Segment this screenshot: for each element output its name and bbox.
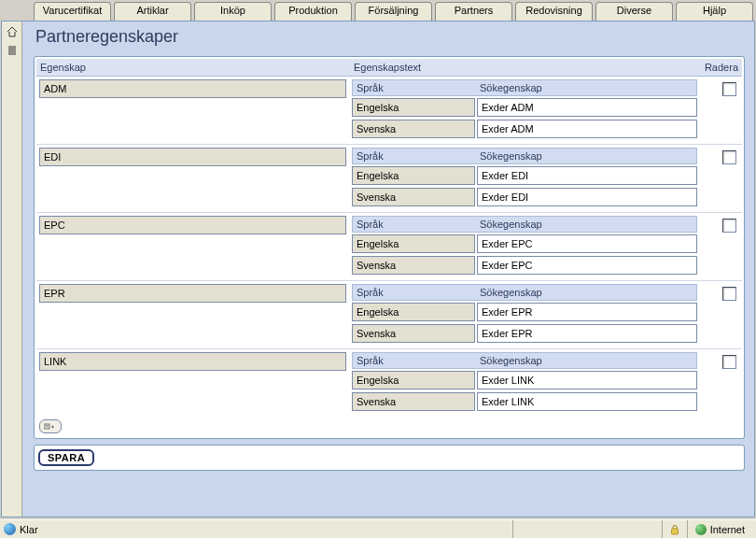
- language-name-input[interactable]: [352, 371, 475, 389]
- search-property-input[interactable]: [477, 392, 697, 411]
- properties-panel: Egenskap Egenskapstext Radera SpråkSökeg…: [34, 56, 745, 439]
- lang-header: SpråkSökegenskap: [352, 79, 697, 96]
- col-radera: Radera: [695, 62, 738, 73]
- property-row: SpråkSökegenskap: [36, 349, 742, 417]
- lang-row: [352, 120, 697, 138]
- search-property-input[interactable]: [477, 234, 697, 253]
- search-property-input[interactable]: [477, 256, 697, 275]
- col-sokegenskap: Sökegenskap: [480, 355, 693, 366]
- menu-varucertifikat[interactable]: Varucertifikat: [34, 2, 111, 21]
- search-property-input[interactable]: [477, 120, 697, 138]
- col-sokegenskap: Sökegenskap: [480, 82, 693, 93]
- delete-checkbox[interactable]: [722, 355, 736, 369]
- menubar: Varucertifikat Artiklar Inköp Produktion…: [0, 0, 756, 21]
- menu-artiklar[interactable]: Artiklar: [114, 2, 191, 21]
- add-row-icon[interactable]: [39, 419, 62, 433]
- search-property-input[interactable]: [477, 324, 697, 343]
- menu-diverse[interactable]: Diverse: [595, 2, 673, 21]
- search-property-input[interactable]: [477, 166, 697, 185]
- menu-redovisning[interactable]: Redovisning: [515, 2, 593, 21]
- list-icon[interactable]: [6, 44, 19, 57]
- svg-rect-3: [671, 529, 678, 534]
- property-code-input[interactable]: [39, 284, 346, 303]
- col-sprak: Språk: [357, 219, 480, 230]
- col-sprak: Språk: [357, 150, 480, 162]
- lang-row: [352, 303, 697, 321]
- ie-icon: [4, 523, 16, 535]
- language-name-input[interactable]: [352, 324, 475, 343]
- property-row: SpråkSökegenskap: [36, 145, 742, 213]
- menu-produktion[interactable]: Produktion: [274, 2, 352, 21]
- col-egenskapstext: Egenskapstext: [354, 62, 695, 73]
- save-button[interactable]: SPARA: [38, 449, 94, 466]
- svg-rect-0: [44, 424, 49, 429]
- language-name-input[interactable]: [352, 234, 475, 253]
- panel-header: Egenskap Egenskapstext Radera: [36, 59, 742, 77]
- delete-checkbox[interactable]: [722, 150, 736, 164]
- content-area: Partneregenskaper Egenskap Egenskapstext…: [22, 21, 754, 517]
- lock-icon: [670, 524, 679, 535]
- lang-row: [352, 234, 697, 253]
- menu-partners[interactable]: Partners: [435, 2, 512, 21]
- home-icon[interactable]: [6, 25, 19, 38]
- lang-row: [352, 188, 697, 206]
- status-ready: Klar: [20, 524, 38, 535]
- lang-header: SpråkSökegenskap: [352, 148, 697, 164]
- menu-hjalp[interactable]: Hjälp: [676, 2, 753, 21]
- language-name-input[interactable]: [352, 256, 475, 275]
- add-row-area: [36, 417, 742, 436]
- lang-header: SpråkSökegenskap: [352, 284, 697, 301]
- language-name-input[interactable]: [352, 303, 475, 321]
- search-property-input[interactable]: [477, 98, 697, 117]
- globe-icon: [695, 524, 707, 535]
- col-sokegenskap: Sökegenskap: [480, 219, 693, 230]
- lang-row: [352, 392, 697, 411]
- lang-row: [352, 371, 697, 389]
- col-sprak: Språk: [357, 82, 480, 93]
- language-name-input[interactable]: [352, 120, 475, 138]
- property-row: SpråkSökegenskap: [36, 77, 742, 145]
- language-name-input[interactable]: [352, 188, 475, 206]
- property-row: SpråkSökegenskap: [36, 281, 742, 349]
- property-code-input[interactable]: [39, 352, 346, 371]
- property-code-input[interactable]: [39, 148, 346, 166]
- lang-header: SpråkSökegenskap: [352, 352, 697, 369]
- col-sokegenskap: Sökegenskap: [480, 287, 693, 298]
- delete-checkbox[interactable]: [722, 219, 736, 233]
- page-title: Partneregenskaper: [34, 25, 745, 56]
- menu-inkop[interactable]: Inköp: [194, 2, 272, 21]
- sidebar: [2, 21, 22, 517]
- save-area: SPARA: [34, 445, 745, 471]
- col-sprak: Språk: [357, 355, 480, 366]
- col-sprak: Språk: [357, 287, 480, 298]
- status-zone: Internet: [710, 524, 745, 535]
- lang-row: [352, 98, 697, 117]
- statusbar: Klar Internet: [0, 519, 756, 538]
- search-property-input[interactable]: [477, 371, 697, 389]
- language-name-input[interactable]: [352, 392, 475, 411]
- lang-row: [352, 166, 697, 185]
- col-egenskap: Egenskap: [40, 62, 354, 73]
- delete-checkbox[interactable]: [722, 82, 736, 96]
- property-code-input[interactable]: [39, 79, 346, 98]
- lang-header: SpråkSökegenskap: [352, 216, 697, 233]
- language-name-input[interactable]: [352, 166, 475, 185]
- property-code-input[interactable]: [39, 216, 346, 234]
- property-row: SpråkSökegenskap: [36, 213, 742, 281]
- lang-row: [352, 256, 697, 275]
- search-property-input[interactable]: [477, 303, 697, 321]
- col-sokegenskap: Sökegenskap: [480, 150, 693, 162]
- search-property-input[interactable]: [477, 188, 697, 206]
- lang-row: [352, 324, 697, 343]
- language-name-input[interactable]: [352, 98, 475, 117]
- menu-forsaljning[interactable]: Försäljning: [355, 2, 432, 21]
- delete-checkbox[interactable]: [722, 287, 736, 301]
- main-frame: Partneregenskaper Egenskap Egenskapstext…: [1, 21, 755, 517]
